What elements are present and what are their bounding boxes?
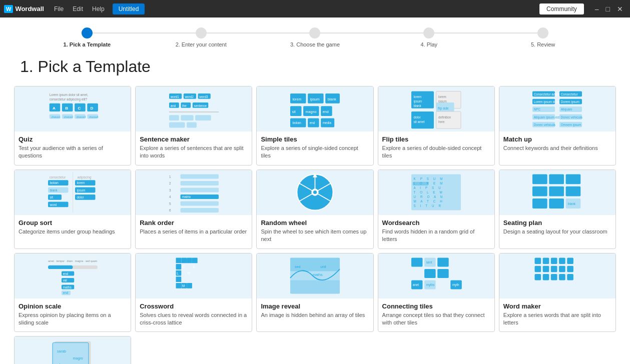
svg-rect-140 — [532, 186, 547, 196]
template-thumbnail: sarab magro lorem ipsum of — [15, 336, 131, 364]
template-grid: Lorem ipsum dolor sit amet, consectetur … — [10, 86, 620, 364]
svg-text:media: media — [323, 121, 332, 124]
template-card-random-wheel[interactable]: Random wheelSpin the wheel to see which … — [256, 170, 373, 249]
template-card-wordsearch[interactable]: K P S U M L O R E M A I P S U T O L E M … — [378, 170, 495, 249]
template-thumbnail: lorem ipsum blank lorem ipsum flip side … — [378, 86, 494, 132]
svg-text:end: end — [63, 272, 68, 276]
svg-text:ipsum: ipsum — [77, 188, 85, 192]
template-thumbnail — [257, 170, 373, 215]
svg-rect-162 — [176, 264, 181, 270]
template-card-connecting-tiles[interactable]: sent myths anet myth Connecting tilesArr… — [378, 253, 495, 332]
template-name: Wordsearch — [382, 219, 490, 226]
svg-rect-144 — [549, 198, 564, 208]
page-title: 1. Pick a Template — [10, 52, 620, 86]
svg-rect-177 — [290, 258, 340, 272]
svg-rect-203 — [551, 274, 557, 280]
template-thumbnail: Lorem ipsum dolor sit amet, consectetur … — [15, 86, 131, 132]
template-name: Word maker — [503, 302, 611, 310]
svg-point-126 — [313, 190, 317, 194]
svg-text:anet: anet — [413, 283, 419, 286]
svg-text:sit amet: sit amet — [414, 120, 425, 123]
template-card-match-up[interactable]: Consectetur adipiscing Lorem ipsum dolor… — [499, 86, 616, 166]
svg-text:blank: blank — [328, 96, 337, 101]
svg-rect-149 — [48, 266, 73, 269]
template-card-sentence-maker[interactable]: word1 word2 word3 and the sentence Sente… — [135, 86, 252, 166]
template-thumbnail: amet · tempor · diam · magna · sed quam … — [15, 254, 131, 298]
community-button[interactable]: Community — [539, 4, 584, 14]
svg-rect-182 — [437, 258, 449, 267]
svg-text:Lorem ipsum dolor sit amet,: Lorem ipsum dolor sit amet, — [49, 93, 88, 97]
svg-text:L: L — [177, 272, 179, 275]
template-thumbnail: 1 2 3 4 matrix 5 6 — [136, 170, 252, 215]
svg-text:consectetur adipiscing elit?: consectetur adipiscing elit? — [49, 97, 87, 101]
menu-bar: File Edit Help — [50, 4, 109, 14]
svg-text:sent: sent — [426, 260, 432, 264]
template-thumbnail: K P S U M L O R E M A I P S U T O L E M … — [378, 170, 494, 215]
step-3: 3. Choose the game — [258, 28, 372, 48]
svg-rect-158 — [176, 258, 181, 264]
template-card-crossword[interactable]: L O R E M CrosswordSolves clues to revea… — [135, 253, 252, 332]
template-card-simple-tiles[interactable]: lorem ipsum blank sit magno end bokan en… — [256, 86, 373, 166]
svg-text:Dorem ipsum: Dorem ipsum — [561, 100, 579, 104]
template-thumbnail: consectetur adipiscing bokan blank sit w… — [15, 170, 131, 215]
template-card-image-reveal[interactable]: sed maths unit Image revealAn image is h… — [256, 253, 373, 332]
template-desc: Explore a series of double-sided concept… — [382, 144, 490, 160]
maximize-button[interactable]: □ — [603, 4, 613, 14]
svg-rect-160 — [187, 258, 192, 264]
svg-text:lorem: lorem — [292, 96, 301, 101]
template-card-opinion-scale[interactable]: amet · tempor · diam · magna · sed quam … — [14, 253, 131, 332]
svg-rect-196 — [535, 266, 541, 272]
svg-rect-165 — [176, 283, 181, 288]
svg-rect-197 — [543, 266, 549, 272]
svg-rect-205 — [567, 274, 574, 280]
app-logo: W Wordwall — [4, 5, 44, 13]
menu-help[interactable]: Help — [88, 4, 109, 14]
svg-rect-179 — [411, 258, 423, 267]
svg-text:end: end — [310, 121, 315, 124]
template-thumbnail — [499, 254, 615, 298]
svg-text:myth: myth — [452, 283, 459, 287]
svg-text:B: B — [65, 106, 68, 110]
template-thumbnail: lorem ipsum blank sit magno end bokan en… — [257, 86, 373, 132]
template-info: Rank orderPlaces a series of items in a … — [136, 215, 252, 248]
svg-text:K P S U M: K P S U M — [414, 177, 445, 180]
minimize-button[interactable]: – — [592, 4, 602, 14]
svg-rect-199 — [559, 266, 565, 272]
svg-text:lorem: lorem — [414, 95, 422, 98]
svg-text:sit: sit — [292, 109, 296, 114]
template-info: Match upConnect keywords and their defin… — [499, 132, 615, 165]
svg-text:bokan: bokan — [50, 182, 59, 185]
svg-text:dolor: dolor — [414, 115, 421, 118]
menu-edit[interactable]: Edit — [69, 4, 87, 14]
svg-rect-139 — [566, 174, 581, 184]
close-button[interactable]: ✕ — [614, 4, 626, 14]
menu-file[interactable]: File — [50, 4, 68, 14]
svg-text:R: R — [188, 272, 190, 275]
svg-text:and: and — [170, 104, 176, 108]
svg-text:blank: blank — [414, 104, 422, 108]
template-card-simple-cards[interactable]: sarab magro lorem ipsum of Simple cardsP… — [14, 336, 131, 364]
svg-text:E: E — [193, 265, 195, 268]
template-card-seating-plan[interactable]: blank Seating planDesign a seating layou… — [499, 170, 616, 249]
active-tab[interactable]: Untitled — [113, 4, 145, 14]
template-name: Crossword — [140, 302, 248, 310]
template-card-flip-tiles[interactable]: lorem ipsum blank lorem ipsum flip side … — [378, 86, 495, 166]
template-card-group-sort[interactable]: consectetur adipiscing bokan blank sit w… — [14, 170, 131, 249]
svg-text:choice1: choice1 — [51, 115, 61, 118]
svg-text:Aliquam: Aliquam — [561, 108, 572, 112]
svg-text:Donec vehicula: Donec vehicula — [534, 122, 556, 126]
svg-text:2: 2 — [169, 182, 171, 185]
template-card-rank-order[interactable]: 1 2 3 4 matrix 5 6 Rank orderPlaces a se… — [135, 170, 252, 249]
svg-text:Omnem ipsum: Omnem ipsum — [561, 122, 581, 126]
svg-text:sit: sit — [50, 196, 53, 199]
svg-rect-164 — [176, 276, 181, 282]
step-label-2: 2. Enter your content — [176, 42, 227, 48]
svg-text:4: 4 — [169, 195, 171, 198]
svg-text:myths: myths — [426, 283, 435, 287]
template-card-word-maker[interactable]: Word makerExplore a series words that ar… — [499, 253, 616, 332]
svg-text:Consectetur: Consectetur — [561, 92, 578, 96]
svg-text:U R O A N: U R O A N — [414, 195, 444, 198]
svg-text:dolor: dolor — [77, 196, 84, 199]
template-card-quiz[interactable]: Lorem ipsum dolor sit amet, consectetur … — [14, 86, 131, 166]
template-name: Random wheel — [261, 219, 369, 226]
